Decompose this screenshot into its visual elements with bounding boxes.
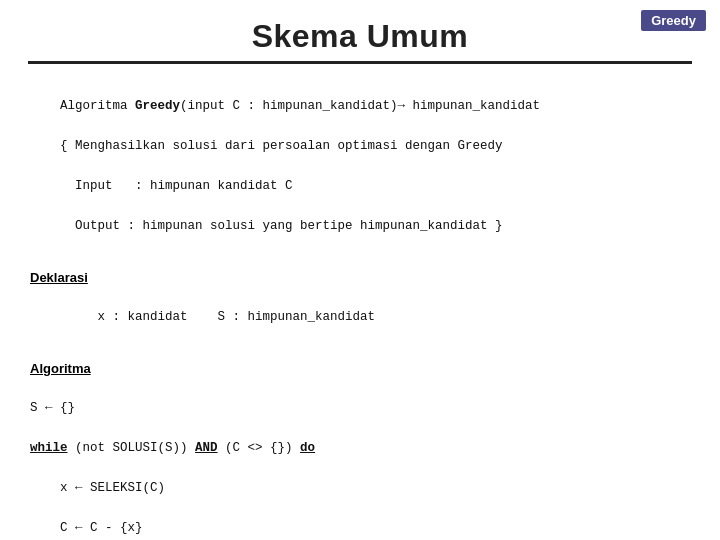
desc-line4: Output : himpunan solusi yang bertipe hi… [60, 219, 503, 233]
deklarasi-header: Deklarasi [30, 270, 690, 285]
alg-line-4: C ← C - {x} [30, 521, 143, 535]
algoritma-header: Algoritma [30, 361, 690, 376]
algoritma-section: Algoritma S ← {} while (not SOLUSI(S)) A… [30, 361, 690, 540]
deklarasi-line: x : kandidat S : himpunan_kandidat [75, 310, 375, 324]
content-area: Algoritma Greedy(input C : himpunan_kand… [0, 76, 720, 540]
algoritma-code: S ← {} while (not SOLUSI(S)) AND (C <> {… [30, 378, 690, 540]
deklarasi-section: Deklarasi x : kandidat S : himpunan_kand… [30, 270, 690, 347]
desc-line3: Input : himpunan kandidat C [60, 179, 293, 193]
divider [28, 61, 692, 64]
greedy-badge: Greedy [641, 10, 706, 31]
deklarasi-content: x : kandidat S : himpunan_kandidat [30, 287, 690, 347]
desc-line2: { Menghasilkan solusi dari persoalan opt… [60, 139, 503, 153]
title-text: Skema Umum [252, 18, 469, 54]
badge-label: Greedy [651, 13, 696, 28]
alg-line-1: S ← {} [30, 401, 75, 415]
desc-line1: Algoritma Greedy(input C : himpunan_kand… [60, 99, 540, 113]
main-title: Skema Umum [0, 18, 720, 55]
alg-line-3: x ← SELEKSI(C) [30, 481, 165, 495]
alg-line-2: while (not SOLUSI(S)) AND (C <> {}) do [30, 441, 315, 455]
description-section: Algoritma Greedy(input C : himpunan_kand… [30, 76, 690, 256]
